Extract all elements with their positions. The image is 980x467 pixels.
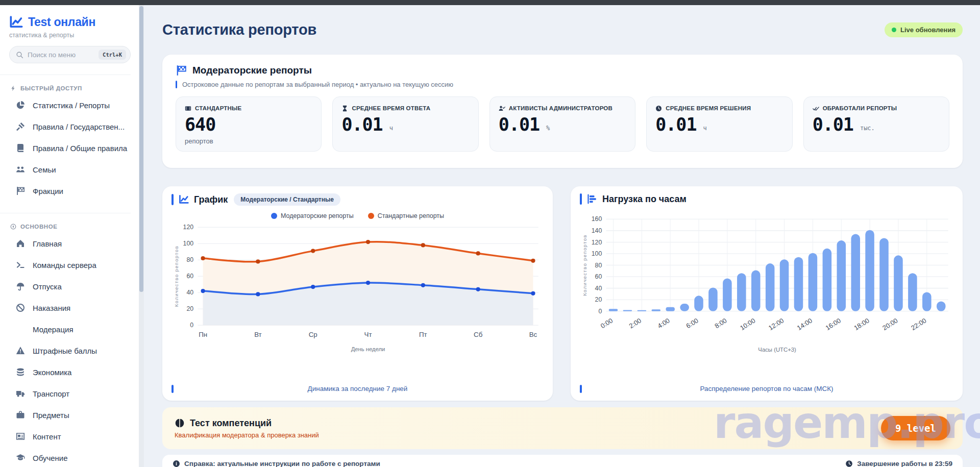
sidebar-item[interactable]: Контент [9, 426, 139, 447]
truck-icon [16, 389, 25, 398]
stat-card: СРЕДНЕЕ ВРЕМЯ РЕШЕНИЯ0.01ч [646, 96, 792, 152]
svg-text:Пн: Пн [199, 331, 207, 338]
sidebar-item-label: Статистика / Репорты [33, 101, 110, 110]
ban-icon [16, 303, 25, 312]
sidebar-item[interactable]: Штрафные баллы [9, 340, 139, 361]
sidebar-item-label: Контент [33, 432, 61, 441]
svg-text:100: 100 [183, 240, 194, 247]
sidebar-item[interactable]: Отпуска [9, 276, 139, 297]
sidebar-item[interactable]: Наказания [9, 297, 139, 318]
stat-label: АКТИВИСТЫ АДМИНИСТРАТОРОВ [509, 105, 612, 111]
sidebar-item[interactable]: Модерация [9, 318, 139, 340]
legend-item: Модераторские репорты [271, 212, 354, 219]
newspaper-icon [16, 432, 25, 441]
sidebar-item[interactable]: Предметы [9, 404, 139, 426]
graduation-icon [16, 453, 25, 462]
sidebar-item-label: Фракции [33, 187, 63, 195]
accent-bar [172, 385, 174, 393]
sidebar-item-label: Экономика [33, 368, 71, 377]
moderator-reports-panel: Модераторские репорты Остроковое данные … [162, 55, 963, 168]
sidebar-item[interactable]: Экономика [9, 361, 139, 383]
svg-text:12:00: 12:00 [767, 316, 785, 332]
accent-bar [580, 385, 582, 393]
box-icon [16, 410, 25, 420]
svg-text:120: 120 [183, 224, 194, 231]
bar-chart-caption: Распределение репортов по часам (МСК) [580, 383, 953, 395]
search-icon [16, 51, 23, 59]
search-input[interactable] [28, 51, 89, 59]
sidebar-item[interactable]: Транспорт [9, 383, 139, 404]
bar-chart-icon [587, 194, 597, 204]
bar-chart: 0204060801001201401600:002:004:006:008:0… [580, 212, 953, 355]
stat-label: СТАНДАРТНЫЕ [195, 105, 241, 111]
stat-unit: тыс. [860, 125, 875, 134]
svg-text:120: 120 [592, 239, 602, 246]
sidebar-divider [0, 213, 131, 213]
app-title: Test онлайн [28, 15, 95, 29]
bar-chart-caption-row: Распределение репортов по часам (МСК) [580, 383, 953, 395]
warning-icon [16, 346, 25, 355]
svg-text:День недели: День недели [351, 346, 385, 352]
footer-bar: Справка: актуальные инструкции по работе… [162, 455, 963, 467]
bar-chart-header: Нагрузка по часам [580, 193, 953, 205]
line-chart-header: График Модераторские / Стандартные [172, 193, 544, 206]
svg-text:Количество репортов: Количество репортов [174, 245, 179, 307]
svg-text:40: 40 [595, 285, 602, 292]
stat-card: АКТИВИСТЫ АДМИНИСТРАТОРОВ0.01% [489, 96, 635, 152]
svg-text:Вт: Вт [254, 331, 262, 338]
line-chart: 020406080100120ПнВтСрЧтПтСбВсДень недели… [172, 221, 544, 354]
svg-text:40: 40 [186, 289, 193, 296]
top-window-strip [0, 0, 980, 5]
sidebar-item[interactable]: Главная [9, 233, 139, 254]
sidebar-item-label: Транспорт [33, 389, 69, 398]
svg-text:16:00: 16:00 [824, 316, 842, 332]
svg-text:Часы (UTC+3): Часы (UTC+3) [758, 347, 796, 353]
page-header: Статистика репортов Live обновления [162, 18, 963, 41]
legend-dot-icon [271, 213, 277, 219]
app-logo: Test онлайн [9, 15, 139, 29]
home-icon [16, 239, 25, 248]
bar-chart-card: Нагрузка по часам 0204060801001201401600… [571, 186, 963, 401]
stat-label: ОБРАБОТАЛИ РЕПОРТЫ [823, 105, 897, 111]
svg-text:0: 0 [598, 308, 602, 315]
menu-search[interactable]: Ctrl+K [9, 46, 131, 63]
panel-title: Модераторские репорты [192, 65, 312, 76]
sidebar-scrollbar[interactable] [139, 5, 144, 467]
sidebar-item[interactable]: Фракции [9, 180, 139, 202]
sidebar-item[interactable]: Правила / Государствен... [9, 116, 139, 137]
chart-line-icon [179, 194, 189, 205]
level-button[interactable]: 9 level [881, 416, 950, 440]
stat-value: 0.01 [341, 116, 382, 134]
sidebar-item-label: Семьи [33, 165, 56, 174]
sidebar-item[interactable]: Семьи [9, 159, 139, 180]
coins-icon [16, 367, 25, 377]
panel-header: Модераторские репорты [176, 65, 949, 76]
info-icon [173, 460, 180, 467]
sidebar-item[interactable]: Команды сервера [9, 254, 139, 276]
svg-text:80: 80 [186, 256, 193, 263]
svg-text:140: 140 [592, 227, 602, 234]
lightning-icon [10, 85, 16, 91]
svg-text:6:00: 6:00 [684, 316, 699, 330]
svg-text:14:00: 14:00 [796, 316, 814, 332]
sidebar-sections: БЫСТРЫЙ ДОСТУПСтатистика / РепортыПравил… [9, 75, 139, 467]
umbrella-icon [16, 282, 25, 291]
sidebar-item[interactable]: Правила / Общие правила [9, 137, 139, 159]
svg-text:10:00: 10:00 [739, 316, 756, 332]
sidebar-section-label: БЫСТРЫЙ ДОСТУП [10, 85, 139, 91]
sidebar-item[interactable]: Обучение [9, 447, 139, 467]
terminal-icon [16, 260, 25, 269]
stats-row: СТАНДАРТНЫЕ640репортовСРЕДНЕЕ ВРЕМЯ ОТВЕ… [176, 96, 949, 152]
user-check-icon [499, 105, 505, 111]
users-icon [16, 165, 25, 174]
svg-text:Чт: Чт [364, 331, 372, 338]
main-content: Статистика репортов Live обновления Моде… [144, 5, 980, 467]
checkered-flag-icon [176, 65, 187, 76]
banner-title: Тест компетенций [190, 418, 272, 429]
sidebar-scrollbar-thumb[interactable] [139, 6, 143, 292]
sidebar-item[interactable]: Статистика / Репорты [9, 94, 139, 116]
legend-dot-icon [368, 213, 374, 219]
pie-chart-icon [16, 101, 25, 110]
clock-icon [845, 460, 853, 467]
svg-text:Ср: Ср [309, 331, 317, 338]
